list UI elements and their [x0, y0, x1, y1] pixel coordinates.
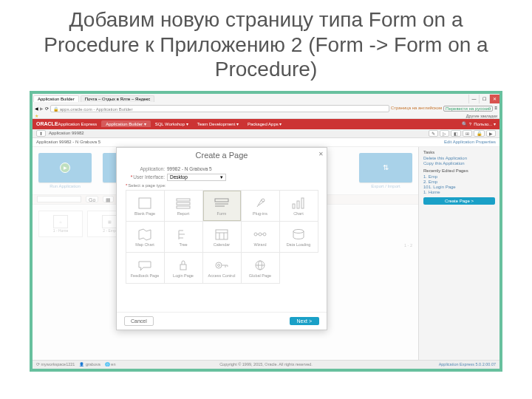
svg-rect-1 — [177, 199, 190, 201]
address-bar[interactable]: 🔒 apps.oracle.com - Application Builder — [50, 105, 389, 112]
svg-point-7 — [262, 199, 265, 202]
svg-point-20 — [259, 233, 262, 236]
app-title: Application 99982 - N Grabova 5 — [36, 140, 100, 144]
type-chart[interactable]: Chart — [279, 190, 318, 222]
sidebar-item-recent[interactable]: 2. Emp — [423, 180, 495, 184]
bc-icon[interactable]: ▷ — [440, 130, 449, 137]
svg-rect-10 — [301, 198, 304, 208]
sidebar-item-recent[interactable]: 101. Login Page — [423, 185, 495, 189]
breadcrumb: ⬆ Application 99982 ✎ ▷ ◧ ⊞ 🔒 ▶ — [33, 129, 499, 138]
bookmark-star-icon[interactable]: ★ — [35, 114, 38, 118]
svg-point-26 — [216, 262, 222, 268]
bc-icon[interactable]: ⊞ — [463, 130, 472, 137]
svg-rect-8 — [293, 204, 295, 208]
slide-title: Добавим новую страницу типа Form on a Pr… — [0, 0, 532, 88]
bc-icon[interactable]: ◧ — [451, 130, 461, 137]
user-label: 👤 grabova — [79, 362, 100, 366]
type-map-chart[interactable]: Map Chart — [126, 221, 165, 253]
tasks-heading: Tasks — [423, 150, 495, 154]
version-label: Application Express 5.0.2.00.07 — [439, 362, 496, 366]
back-icon[interactable]: ◀ — [35, 106, 38, 111]
window-min-icon[interactable]: — — [468, 95, 479, 103]
type-blank-page[interactable]: Blank Page — [126, 190, 165, 222]
sidebar: Tasks Delete this Application Copy this … — [418, 147, 499, 361]
nav-sql-workshop[interactable]: SQL Workshop ▾ — [151, 120, 193, 127]
browser-chrome: Application Builder Почта – Отдых в Ялте… — [33, 94, 499, 119]
type-form[interactable]: Form — [202, 190, 242, 222]
sidebar-item-recent[interactable]: 1. Home — [423, 190, 495, 194]
app-label: Application: — [126, 166, 167, 171]
nav-team-dev[interactable]: Team Development ▾ — [193, 120, 243, 127]
type-report[interactable]: Report — [164, 190, 203, 222]
type-wizard[interactable]: Wizard — [241, 221, 280, 253]
app-value: 99982 - N Grabova 5 — [167, 166, 212, 171]
breadcrumb-path[interactable]: Application 99982 — [49, 131, 84, 135]
orig-lang-label: Страница на английском — [391, 106, 442, 112]
help-icon[interactable]: ? — [469, 122, 471, 126]
create-page-modal: Create a Page ✕ Application: 99982 - N G… — [116, 147, 327, 330]
svg-point-19 — [254, 233, 257, 236]
bc-icon[interactable]: ▶ — [486, 130, 496, 137]
search-icon[interactable]: 🔍 — [462, 121, 467, 126]
cancel-button[interactable]: Cancel — [124, 316, 154, 326]
svg-point-24 — [293, 229, 304, 233]
svg-rect-4 — [215, 199, 228, 202]
copyright: Copyright © 1999, 2015, Oracle. All righ… — [219, 362, 313, 366]
svg-point-27 — [218, 264, 220, 266]
next-button[interactable]: Next > — [290, 317, 319, 325]
bookmarks-label[interactable]: Другие закладки — [466, 114, 497, 118]
bc-icon[interactable]: 🔒 — [474, 130, 485, 137]
product-name: Application Express — [58, 122, 98, 126]
app-screenshot: Application Builder Почта – Отдых в Ялте… — [30, 91, 502, 372]
chevron-down-icon: ▾ — [220, 174, 223, 181]
up-icon[interactable]: ⬆ — [36, 130, 46, 137]
oracle-header: ORACLE Application Express Application B… — [33, 119, 499, 129]
type-calendar[interactable]: Calendar — [202, 221, 242, 253]
svg-rect-25 — [180, 265, 186, 270]
sidebar-item-delete[interactable]: Delete this Application — [423, 156, 495, 160]
workspace-label: ⟳ myworkspace1221 — [36, 362, 75, 366]
menu-icon[interactable]: ≡ — [494, 106, 497, 112]
user-interface-select[interactable]: Desktop▾ — [167, 174, 226, 181]
reload-icon[interactable]: ⟳ — [45, 106, 49, 111]
nav-packaged-apps[interactable]: Packaged Apps ▾ — [243, 120, 286, 127]
modal-title: Create a Page — [196, 151, 248, 160]
type-feedback[interactable]: Feedback Page — [126, 252, 165, 284]
svg-rect-2 — [177, 202, 190, 205]
svg-point-21 — [263, 233, 266, 236]
close-icon[interactable]: ✕ — [318, 151, 324, 157]
sidebar-item-recent[interactable]: 1. Emp — [423, 174, 495, 179]
translate-button[interactable]: Перевести на русский — [443, 106, 493, 112]
bc-icon[interactable]: ✎ — [429, 130, 438, 137]
type-plugins[interactable]: Plug-ins — [241, 190, 280, 222]
svg-rect-9 — [297, 201, 299, 208]
type-global-page[interactable]: Global Page — [241, 252, 280, 284]
browser-tab[interactable]: Почта – Отдых в Ялте – Яндекс — [81, 95, 155, 102]
browser-tab[interactable]: Application Builder — [33, 95, 79, 102]
user-menu[interactable]: Пользо... ▾ — [474, 121, 496, 126]
type-label: Select a page type: — [128, 183, 166, 188]
recent-heading: Recently Edited Pages — [423, 168, 495, 173]
nav-app-builder[interactable]: Application Builder ▾ — [101, 120, 150, 127]
svg-rect-15 — [216, 230, 228, 239]
lang-label: 🌐 en — [105, 362, 116, 366]
window-close-icon[interactable]: ✕ — [489, 95, 499, 103]
create-page-button[interactable]: Create Page > — [423, 197, 495, 205]
type-access-control[interactable]: Access Control — [202, 252, 242, 284]
oracle-logo: ORACLE — [36, 121, 58, 126]
type-tree[interactable]: Tree — [164, 221, 203, 253]
footer: ⟳ myworkspace1221 👤 grabova 🌐 en Copyrig… — [33, 360, 499, 369]
type-data-loading[interactable]: Data Loading — [279, 221, 318, 253]
svg-rect-3 — [177, 206, 190, 208]
window-max-icon[interactable]: ☐ — [479, 95, 489, 103]
ui-label: User Interface: — [133, 174, 165, 180]
fwd-icon[interactable]: ▶ — [40, 106, 44, 111]
edit-props-link[interactable]: Edit Application Properties — [444, 140, 496, 144]
type-login[interactable]: Login Page — [164, 252, 203, 284]
svg-rect-0 — [139, 198, 151, 208]
sidebar-item-copy[interactable]: Copy this Application — [423, 161, 495, 166]
